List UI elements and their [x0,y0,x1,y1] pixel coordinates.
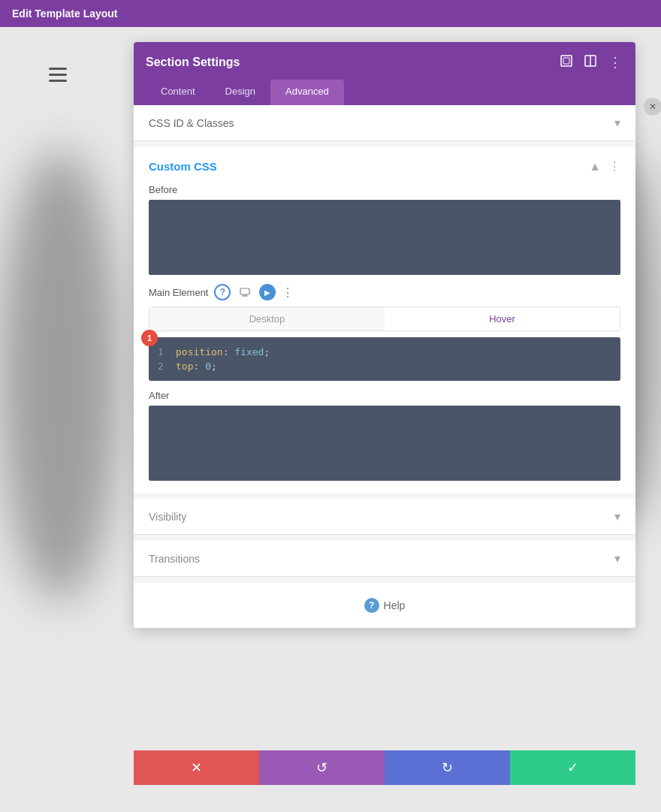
help-icon: ? [364,598,379,613]
before-textarea[interactable] [149,200,620,275]
action-bar: ✕ ↺ ↻ ✓ [134,750,635,785]
transitions-row[interactable]: Transitions ▾ [134,541,635,577]
split-view-button[interactable] [583,53,598,71]
transitions-chevron: ▾ [614,551,620,566]
custom-css-header: Custom CSS ▲ ⋮ [149,159,620,174]
tab-design[interactable]: Design [210,80,270,105]
code-line-2: 2 top: 0; [149,359,620,373]
main-element-row: Main Element ? ▶ ⋮ [149,284,620,300]
before-label: Before [149,184,620,195]
custom-css-section: Custom CSS ▲ ⋮ Before Main Element ? [134,147,635,493]
css-id-classes-row[interactable]: CSS ID & Classes ▾ [134,105,635,141]
section-settings-panel: Section Settings ⋮ [134,42,635,628]
top-bar: Edit Template Layout [0,0,661,27]
hamburger-line-2 [49,74,67,76]
after-editor[interactable] [149,406,620,481]
desktop-hover-toggle: Desktop Hover [149,306,620,331]
svg-rect-4 [240,288,249,294]
help-circle-icon[interactable]: ? [214,284,231,300]
help-row: ? Help [134,583,635,628]
custom-css-header-icons: ▲ ⋮ [589,159,620,174]
code-line-1: 1 position: fixed; [149,345,620,359]
redo-button[interactable]: ↻ [385,750,510,785]
top-bar-title: Edit Template Layout [12,8,118,20]
panel-title: Section Settings [146,56,240,69]
undo-button[interactable]: ↺ [259,750,385,785]
svg-rect-1 [563,58,569,64]
custom-css-more-icon[interactable]: ⋮ [608,159,620,174]
transitions-label: Transitions [149,553,200,565]
visibility-row[interactable]: Visibility ▾ [134,499,635,535]
bg-shape-left [0,150,120,601]
desktop-toggle-btn[interactable]: Desktop [149,307,385,331]
panel-tabs: Content Design Advanced [146,80,623,105]
fullscreen-button[interactable] [559,53,574,71]
tab-advanced[interactable]: Advanced [270,80,344,105]
panel-header: Section Settings ⋮ [134,42,635,105]
confirm-button[interactable]: ✓ [510,750,635,785]
panel-header-top: Section Settings ⋮ [146,53,623,72]
after-label: After [149,390,620,401]
panel-header-icons: ⋮ [559,53,623,72]
hover-toggle-btn[interactable]: Hover [385,307,620,331]
hamburger-line-1 [49,68,67,70]
panel-close-button[interactable]: ✕ [644,98,661,116]
desktop-icon[interactable] [237,284,253,300]
main-element-code-block: 1 1 position: fixed; 2 top: 0; [149,337,620,381]
svg-rect-0 [561,56,572,66]
main-element-more-icon[interactable]: ⋮ [282,285,294,300]
after-textarea[interactable] [149,406,620,481]
visibility-label: Visibility [149,511,186,523]
css-id-classes-label: CSS ID & Classes [149,117,234,129]
panel-body: CSS ID & Classes ▾ Custom CSS ▲ ⋮ Before… [134,105,635,628]
hamburger-menu[interactable] [49,68,67,82]
collapse-custom-css-icon[interactable]: ▲ [589,160,601,174]
more-options-button[interactable]: ⋮ [607,53,623,72]
help-label[interactable]: Help [384,599,406,611]
cancel-button[interactable]: ✕ [134,750,259,785]
line-badge: 1 [141,330,158,346]
before-editor[interactable] [149,200,620,275]
custom-css-title: Custom CSS [149,160,217,173]
active-view-icon[interactable]: ▶ [259,284,276,300]
tab-content[interactable]: Content [146,80,210,105]
hamburger-line-3 [49,80,67,82]
css-id-classes-chevron: ▾ [614,116,620,130]
visibility-chevron: ▾ [614,509,620,524]
main-element-label: Main Element [149,287,208,298]
